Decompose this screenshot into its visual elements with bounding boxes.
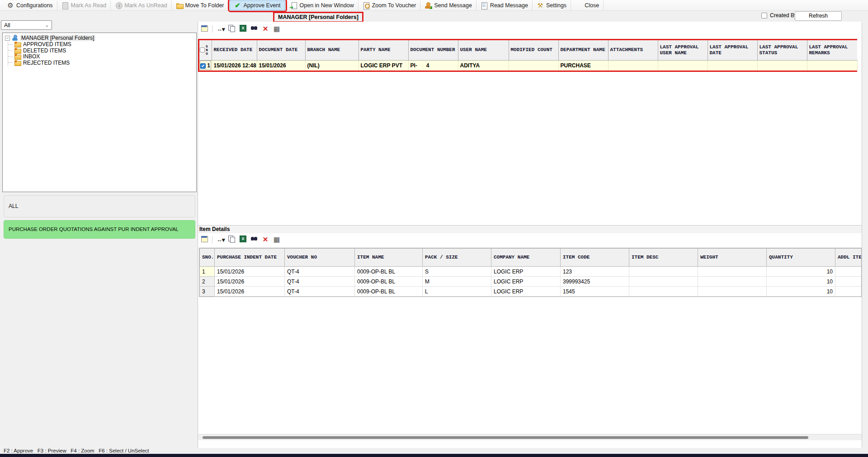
column-header[interactable]: DOCUMENT NUMBER: [408, 40, 458, 60]
column-header[interactable]: RECEIVED DATE: [212, 40, 257, 60]
folder-icon: [14, 42, 21, 47]
tree-node-label: INBOX: [23, 53, 40, 60]
column-header[interactable]: ATTACHMENTS: [608, 40, 658, 60]
tree-node-root[interactable]: − MANAGER [Personal Folders]: [4, 35, 195, 41]
send-message-button[interactable]: Send Message: [420, 0, 476, 10]
item-cell: 15/01/2026: [215, 267, 285, 277]
info-gray-icon: [115, 2, 122, 9]
close-button[interactable]: Close: [571, 0, 604, 10]
item-cell: [629, 277, 698, 287]
item-column-header[interactable]: PACK / SIZE: [423, 249, 491, 267]
item-cell: 1545: [561, 287, 629, 297]
column-header[interactable]: DOCUMENT DATE: [257, 40, 305, 60]
item-column-header[interactable]: QUANTITY: [767, 249, 835, 267]
tree-node-approved-items[interactable]: APPROVED ITEMS: [8, 42, 195, 47]
item-cell: 0009-OP-BL BL: [355, 267, 423, 277]
hscrollbar-thumb[interactable]: [203, 436, 808, 439]
item-details-hscrollbar[interactable]: [198, 434, 862, 440]
read-message-button[interactable]: Read Message: [476, 0, 533, 10]
grid-icon-button[interactable]: ▦: [273, 236, 280, 244]
column-header[interactable]: BRANCH NAME: [305, 40, 359, 60]
approval-row[interactable]: ✔ 115/01/2026 12:4815/01/2026(NIL)LOGIC …: [199, 60, 857, 71]
column-header[interactable]: MODIFIED COUNT: [509, 40, 558, 60]
zoom-to-voucher-button[interactable]: Zoom To Voucher: [359, 0, 421, 10]
item-column-header[interactable]: ITEM CODE: [561, 249, 629, 267]
excel-export-icon-button[interactable]: [239, 235, 246, 244]
delete-icon-button[interactable]: ✕: [262, 25, 269, 33]
item-column-header[interactable]: ITEM DESC: [629, 249, 698, 267]
active-filter-button[interactable]: PURCHASE ORDER QUOTATIONS AGAINST PUR IN…: [4, 220, 195, 239]
tree-collapse-icon[interactable]: −: [5, 36, 10, 41]
item-details-grid-wrap: SNO.PURCHASE INDENT DATEVOUCHER NOITEM N…: [199, 248, 862, 297]
column-header[interactable]: LAST APPROVAL STATUS: [757, 40, 807, 60]
approve-event-button[interactable]: ✔Approve Event: [230, 0, 285, 10]
grid-icon-button[interactable]: ▦: [273, 25, 280, 33]
item-row-header: 3: [200, 287, 215, 297]
send-message-label: Send Message: [434, 2, 472, 9]
item-cell: [835, 267, 862, 277]
column-header[interactable]: LAST APPROVAL DATE: [708, 40, 757, 60]
row-checkbox-checked[interactable]: ✔: [200, 63, 206, 69]
excel-export-icon-button[interactable]: [239, 24, 246, 33]
item-column-header[interactable]: SNO.: [200, 249, 215, 267]
filter-dropdown[interactable]: All ⌄: [1, 20, 52, 30]
tree-node-rejected-items[interactable]: REJECTED ITEMS: [8, 60, 195, 66]
column-header[interactable]: LAST APPROVAL REMARKS: [807, 40, 857, 60]
item-cell: [835, 277, 862, 287]
select-all-checkbox[interactable]: [200, 47, 205, 52]
item-row[interactable]: 115/01/2026QT-40009-OP-BL BLSLOGIC ERP12…: [200, 267, 862, 277]
item-cell: QT-4: [285, 287, 355, 297]
item-column-header[interactable]: ADDL ITEM: [835, 249, 862, 267]
tree-connector: [8, 62, 13, 63]
created-by-control: Created By: [761, 12, 797, 19]
item-column-header[interactable]: ITEM NAME: [355, 249, 423, 267]
item-cell: S: [423, 267, 491, 277]
close-icon: [575, 2, 582, 9]
settings-button[interactable]: ⚒Settings: [533, 0, 571, 10]
approval-cell: PURCHASE: [558, 60, 608, 71]
filter-all-button[interactable]: ALL: [4, 195, 195, 217]
refresh-button[interactable]: Refresh: [795, 11, 842, 21]
magnifier-page-icon: [363, 2, 370, 9]
find-binoculars-icon-button[interactable]: [250, 235, 258, 244]
column-header[interactable]: USER NAME: [458, 40, 509, 60]
note-icon-button[interactable]: [201, 24, 208, 33]
copy-icon-button[interactable]: [228, 24, 235, 33]
item-column-header[interactable]: VOUCHER NO: [285, 249, 355, 267]
note-icon-button[interactable]: [201, 235, 208, 244]
approval-inbox-window: ⚙ConfigurationsMark As ReadMark As UnRea…: [0, 0, 868, 457]
column-header[interactable]: DEPARTMENT NAME: [558, 40, 608, 60]
row-select-cell[interactable]: ✔ 1: [199, 60, 212, 71]
delete-icon-button[interactable]: ✕: [262, 236, 269, 244]
item-column-header[interactable]: COMPANY NAME: [491, 249, 561, 267]
approval-cell: ADITYA: [458, 60, 509, 71]
sno-header-label: SNO: [206, 45, 208, 56]
created-by-label: Created By: [770, 12, 797, 19]
created-by-checkbox[interactable]: [761, 13, 767, 19]
settings-label: Settings: [546, 2, 566, 9]
find-binoculars-icon-button[interactable]: [250, 24, 258, 33]
resize-width-icon: ↔▾: [217, 26, 224, 33]
copy-icon-button[interactable]: [228, 235, 235, 244]
item-column-header[interactable]: PURCHASE INDENT DATE: [215, 249, 285, 267]
note-icon: [201, 24, 208, 32]
item-column-header[interactable]: WEIGHT: [698, 249, 767, 267]
item-cell: L: [423, 287, 491, 297]
item-cell: 15/01/2026: [215, 287, 285, 297]
column-header[interactable]: LAST APPROVAL USER NAME: [658, 40, 708, 60]
open-in-new-window-button[interactable]: Open in New Window: [286, 0, 359, 10]
item-row[interactable]: 315/01/2026QT-40009-OP-BL BLLLOGIC ERP15…: [200, 287, 862, 297]
close-label: Close: [585, 2, 599, 9]
item-details-grid: SNO.PURCHASE INDENT DATEVOUCHER NOITEM N…: [199, 248, 862, 297]
item-row[interactable]: 215/01/2026QT-40009-OP-BL BLMLOGIC ERP39…: [200, 277, 862, 287]
toolbar-separator: [212, 25, 212, 33]
resize-width-icon-button[interactable]: ↔▾: [217, 25, 224, 33]
item-cell: 10: [767, 287, 835, 297]
tree-node-deleted-items[interactable]: DELETED ITEMS: [8, 47, 195, 53]
column-header[interactable]: PARTY NAME: [359, 40, 408, 60]
configurations-button[interactable]: ⚙Configurations: [3, 0, 57, 10]
sno-column-header[interactable]: SNO: [199, 40, 212, 60]
tree-node-inbox[interactable]: INBOX: [8, 54, 195, 60]
resize-width-icon-button[interactable]: ↔▾: [217, 236, 224, 244]
move-to-folder-button[interactable]: Move To Folder: [172, 0, 229, 10]
